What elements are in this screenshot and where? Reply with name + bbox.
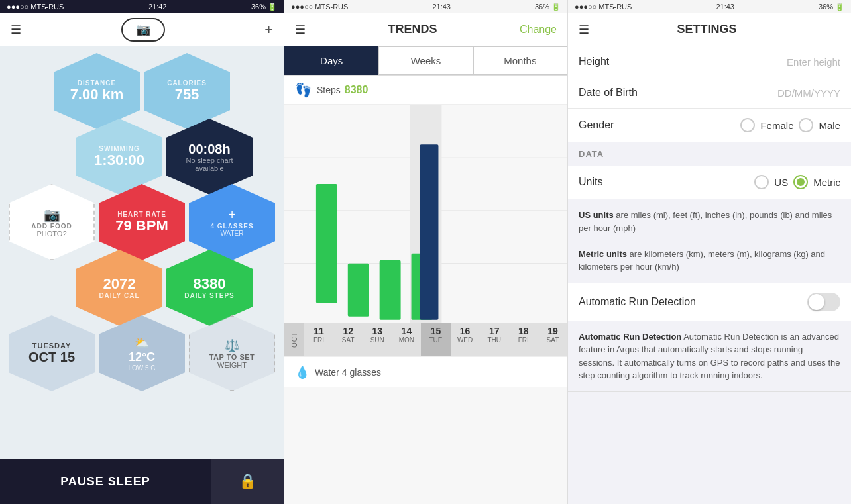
battery-2: 36% 🔋 [535, 3, 561, 11]
top-bar-1: ☰ 📷 + [0, 13, 284, 46]
daily-steps-value: 8380 [194, 276, 226, 292]
units-row: Units US Metric [568, 166, 851, 199]
svg-rect-7 [380, 260, 401, 320]
auto-run-bold: Automatic Run Detection [579, 332, 681, 342]
height-placeholder[interactable]: Enter height [787, 56, 840, 68]
gender-row: Gender Female Male [568, 109, 851, 142]
distance-hex[interactable]: DISTANCE 7.00 km [54, 53, 140, 129]
hex-row-1: DISTANCE 7.00 km CALORIES 755 [3, 53, 280, 129]
food-label: ADD FOOD [31, 223, 72, 230]
hex-row-5: TUESDAY OCT 15 ⛅ 12°C LOW 5 C ⚖️ TAP TO … [3, 315, 280, 391]
auto-run-toggle[interactable] [807, 293, 840, 311]
units-options: US Metric [754, 175, 840, 189]
hamburger-icon-3[interactable]: ☰ [579, 23, 589, 37]
tab-months[interactable]: Months [473, 46, 567, 75]
daily-steps-hex[interactable]: 8380 DAILY STEPS [166, 250, 253, 326]
us-units-bold: US units [579, 210, 614, 220]
daily-cal-value: 2072 [103, 276, 136, 292]
settings-title: SETTINGS [677, 23, 736, 36]
metric-radio[interactable] [793, 175, 808, 189]
daily-cal-label: DAILY CAL [99, 292, 139, 299]
water-row: 💧 Water 4 glasses [284, 356, 567, 387]
swimming-hex[interactable]: SWIMMING 1:30:00 [76, 119, 162, 195]
tab-days[interactable]: Days [284, 46, 378, 75]
water-label: Water [315, 367, 339, 378]
date-day: TUESDAY [32, 342, 72, 350]
chart-area [284, 105, 567, 323]
sleep-time: 00:08h [188, 142, 230, 156]
svg-rect-9 [420, 144, 439, 319]
weight-sub: WEIGHT [217, 361, 247, 369]
fitness-panel: ●●●○○ MTS-RUS 21:42 36% 🔋 ☰ 📷 + DISTANCE… [0, 0, 284, 504]
day-col-19: 19 SAT [538, 323, 567, 356]
time-3: 21:43 [716, 3, 734, 11]
carrier-2: ●●●○○ MTS-RUS [291, 3, 348, 11]
sleep-hex[interactable]: 00:08h No sleep chart available [166, 119, 253, 195]
auto-run-row: Automatic Run Detection [568, 283, 851, 321]
hamburger-icon-1[interactable]: ☰ [11, 23, 21, 37]
gender-label: Gender [579, 119, 740, 131]
temp-low: LOW 5 C [128, 364, 155, 372]
food-sub: PHOTO? [36, 230, 66, 238]
change-button[interactable]: Change [520, 24, 557, 36]
tab-weeks[interactable]: Weeks [378, 46, 473, 75]
water-icon: 💧 [295, 365, 310, 379]
weight-hex[interactable]: ⚖️ TAP TO SET WEIGHT [189, 315, 275, 391]
day-labels-row: OCT 11 FRI 12 SAT 13 SUN 14 MON 15 TUE 1… [284, 323, 567, 356]
heart-value: 79 BPM [115, 218, 168, 234]
weather-hex: ⛅ 12°C LOW 5 C [99, 315, 185, 391]
carrier-3: ●●●○○ MTS-RUS [575, 3, 632, 11]
daily-cal-hex[interactable]: 2072 DAILY CAL [76, 250, 162, 326]
camera-icon: 📷 [136, 23, 150, 37]
top-bar-2: ☰ TRENDS Change [284, 13, 567, 46]
us-radio[interactable] [754, 175, 769, 189]
time-1: 21:42 [148, 3, 167, 11]
day-col-14: 14 MON [392, 323, 421, 356]
status-bar-1: ●●●○○ MTS-RUS 21:42 36% 🔋 [0, 0, 284, 13]
bar-chart [284, 105, 567, 323]
water-hex[interactable]: + 4 GLASSES WATER [189, 184, 275, 260]
weight-label: TAP TO SET [209, 353, 255, 361]
day-col-16: 16 WED [451, 323, 480, 356]
day-col-13: 13 SUN [363, 323, 392, 356]
steps-label: Steps [317, 85, 341, 95]
date-value: OCT 15 [28, 350, 75, 365]
carrier-1: ●●●○○ MTS-RUS [7, 3, 64, 11]
pause-sleep-button[interactable]: PAUSE SLEEP [0, 459, 211, 504]
female-label: Female [760, 120, 793, 131]
hex-row-3: 📷 ADD FOOD PHOTO? HEART RATE 79 BPM + 4 … [3, 184, 280, 260]
day-col-18: 18 FRI [509, 323, 538, 356]
camera-button[interactable]: 📷 [121, 18, 165, 42]
date-hex: TUESDAY OCT 15 [9, 315, 95, 391]
day-col-11: 11 FRI [304, 323, 333, 356]
tab-bar: Days Weeks Months [284, 46, 567, 76]
dob-label: Date of Birth [579, 87, 777, 99]
dob-placeholder[interactable]: DD/MM/YYYY [777, 87, 840, 99]
day-col-15: 15 TUE [421, 323, 450, 356]
gender-options: Female Male [740, 118, 840, 132]
settings-panel: ●●●○○ MTS-RUS 21:43 36% 🔋 ☰ SETTINGS Hei… [567, 0, 851, 504]
height-row[interactable]: Height Enter height [568, 46, 851, 77]
female-radio[interactable] [740, 118, 755, 132]
units-info: US units are miles (mi), feet (ft), inch… [568, 199, 851, 283]
hamburger-icon-2[interactable]: ☰ [295, 23, 306, 37]
dob-row[interactable]: Date of Birth DD/MM/YYYY [568, 77, 851, 109]
battery-1: 36% 🔋 [251, 3, 277, 11]
swimming-value: 1:30:00 [94, 152, 144, 168]
height-label: Height [579, 56, 787, 68]
auto-run-content: Automatic Run Detection [568, 283, 851, 321]
data-section-content: Units US Metric [568, 166, 851, 199]
us-label: US [774, 177, 788, 188]
calories-hex[interactable]: CALORIES 755 [144, 53, 230, 129]
lock-button[interactable]: 🔒 [211, 459, 284, 504]
add-button[interactable]: + [264, 21, 273, 38]
heart-rate-hex[interactable]: HEART RATE 79 BPM [99, 184, 185, 260]
food-hex[interactable]: 📷 ADD FOOD PHOTO? [9, 184, 95, 260]
svg-rect-5 [316, 184, 337, 303]
male-label: Male [819, 120, 840, 131]
status-bar-2: ●●●○○ MTS-RUS 21:43 36% 🔋 [284, 0, 567, 13]
sleep-sub: No sleep chart available [173, 156, 246, 172]
male-radio[interactable] [799, 118, 813, 132]
data-section-header: DATA [568, 142, 851, 166]
auto-run-label: Automatic Run Detection [579, 296, 807, 308]
